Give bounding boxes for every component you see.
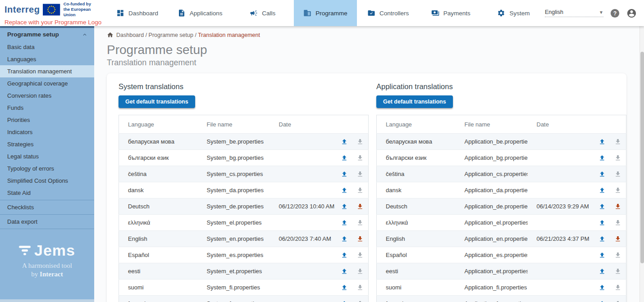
system-get-default-translations-button[interactable]: Get default translations (119, 95, 195, 108)
upload-icon[interactable] (594, 134, 610, 150)
upload-icon[interactable] (336, 263, 352, 279)
main-content: Dashboard / Programme setup / Translatio… (94, 26, 639, 302)
table-row: češtinaSystem_cs.properties (119, 166, 369, 182)
file-name-cell: Application_fr.properties (456, 296, 528, 302)
nav-item-calls[interactable]: Calls (231, 0, 294, 26)
eu-flag-icon (43, 4, 60, 16)
sidebar-item-basic-data[interactable]: Basic data (0, 41, 94, 53)
language-cell: беларуская мова (119, 134, 198, 150)
application-get-default-translations-button[interactable]: Get default translations (376, 95, 453, 108)
upload-icon[interactable] (594, 247, 610, 263)
application-translations-table: LanguageFile nameDateбеларуская моваAppl… (376, 115, 626, 302)
upload-icon[interactable] (594, 215, 610, 231)
download-icon[interactable] (352, 231, 369, 247)
date-cell (528, 134, 594, 150)
table-row: danskApplication_da.properties (377, 182, 626, 198)
date-cell: 06/14/2023 9:29 AM (528, 198, 594, 215)
upload-icon[interactable] (336, 182, 352, 198)
upload-icon[interactable] (336, 231, 352, 247)
language-cell: dansk (377, 182, 456, 198)
nav-label: System (509, 10, 530, 17)
table-row: danskSystem_da.properties (119, 182, 369, 198)
sidebar-item-state-aid[interactable]: State Aid (0, 187, 94, 199)
nav-item-payments[interactable]: Payments (420, 0, 482, 26)
date-cell (528, 166, 594, 182)
nav-label: Programme (315, 10, 347, 17)
upload-icon[interactable] (594, 166, 610, 182)
breadcrumb-programme-setup[interactable]: Programme setup (149, 32, 193, 38)
download-icon[interactable] (352, 198, 369, 215)
language-cell: English (377, 231, 456, 247)
nav-item-dashboard[interactable]: Dashboard (106, 0, 169, 26)
file-name-cell: Application_en.properties (456, 231, 528, 247)
upload-icon[interactable] (336, 198, 352, 215)
upload-icon[interactable] (336, 166, 352, 182)
nav-item-programme[interactable]: Programme (294, 0, 356, 26)
nav-item-applications[interactable]: Applications (169, 0, 231, 26)
file-name-cell: Application_fi.properties (456, 279, 528, 296)
nav-label: Controllers (379, 10, 409, 17)
cofunded-text: Co-funded by the European Union (64, 1, 102, 18)
upload-icon[interactable] (594, 279, 610, 296)
sidebar-item-geographical-coverage[interactable]: Geographical coverage (0, 77, 94, 90)
file-name-cell: System_et.properties (198, 263, 270, 279)
download-icon (352, 166, 369, 182)
jems-logo: Jems A harmonised tool by Interact (0, 242, 94, 278)
sidebar-item-checklists[interactable]: Checklists (0, 201, 94, 213)
upload-icon[interactable] (336, 134, 352, 150)
nav-item-system[interactable]: System (482, 0, 545, 26)
sidebar-item-typology-of-errors[interactable]: Typology of errors (0, 162, 94, 175)
table-row: françaisApplication_fr.properties (377, 296, 626, 302)
upload-icon[interactable] (594, 231, 610, 247)
home-icon[interactable] (107, 32, 114, 38)
help-icon[interactable]: ? (610, 8, 620, 18)
date-cell (270, 166, 336, 182)
payments-icon (431, 9, 439, 17)
upload-icon[interactable] (336, 247, 352, 263)
sidebar-item-priorities[interactable]: Priorities (0, 114, 94, 126)
upload-icon[interactable] (336, 296, 352, 302)
sidebar-item-data-export[interactable]: Data export (0, 216, 94, 228)
upload-icon[interactable] (594, 150, 610, 166)
download-icon[interactable] (610, 231, 626, 247)
download-icon (610, 182, 626, 198)
file-name-cell: Application_da.properties (456, 182, 528, 198)
date-cell (270, 247, 336, 263)
sidebar-item-legal-status[interactable]: Legal status (0, 150, 94, 162)
sidebar-item-languages[interactable]: Languages (0, 53, 94, 65)
dashboard-icon (116, 9, 124, 17)
account-icon[interactable] (626, 8, 637, 18)
file-name-cell: Application_cs.properties (456, 166, 528, 182)
download-icon[interactable] (610, 198, 626, 215)
file-name-cell: System_fr.properties (198, 296, 270, 302)
language-cell: Deutsch (119, 198, 198, 215)
sidebar-item-strategies[interactable]: Strategies (0, 138, 94, 150)
language-cell: български език (119, 150, 198, 166)
upload-icon[interactable] (594, 263, 610, 279)
top-navbar: Interreg Co-funded by the European Union… (0, 0, 644, 26)
sidebar-item-indicators[interactable]: Indicators (0, 126, 94, 138)
file-name-cell: System_da.properties (198, 182, 270, 198)
sidebar-header-programme-setup[interactable]: Programme setup (0, 28, 94, 41)
column-header-date: Date (270, 115, 336, 134)
system-translations-table: LanguageFile nameDateбеларуская моваSyst… (119, 115, 369, 302)
download-icon (352, 215, 369, 231)
translations-card: System translationsGet default translati… (107, 73, 626, 302)
upload-icon[interactable] (336, 215, 352, 231)
upload-icon[interactable] (336, 150, 352, 166)
table-row: беларуская моваSystem_be.properties (119, 134, 369, 150)
sidebar-item-translation-management[interactable]: Translation management (0, 65, 94, 77)
sidebar-item-simplified-cost-options[interactable]: Simplified Cost Options (0, 175, 94, 187)
scrollbar-thumb[interactable] (640, 52, 644, 263)
sidebar-item-funds[interactable]: Funds (0, 102, 94, 114)
upload-icon[interactable] (336, 279, 352, 296)
controllers-icon (367, 9, 375, 17)
breadcrumb-dashboard[interactable]: Dashboard (116, 32, 144, 38)
language-select[interactable]: English ▼ (545, 9, 603, 17)
nav-item-controllers[interactable]: Controllers (357, 0, 420, 26)
vertical-scrollbar[interactable] (639, 26, 644, 302)
upload-icon[interactable] (594, 182, 610, 198)
sidebar-item-conversion-rates[interactable]: Conversion rates (0, 90, 94, 102)
upload-icon[interactable] (594, 296, 610, 302)
upload-icon[interactable] (594, 198, 610, 215)
